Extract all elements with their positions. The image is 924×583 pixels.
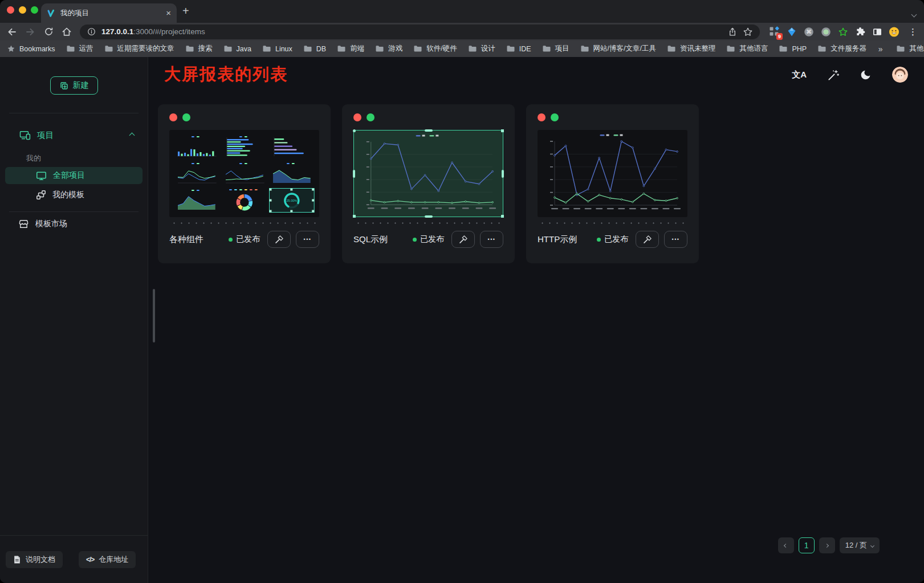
- green-dot-icon: [367, 113, 375, 121]
- more-actions-button[interactable]: •••: [664, 231, 687, 248]
- folder-icon: [223, 45, 233, 52]
- docs-button[interactable]: 说明文档: [6, 551, 63, 568]
- bookmarks-overflow-icon[interactable]: »: [878, 44, 883, 54]
- bookmark-folder[interactable]: 文件服务器: [817, 44, 866, 54]
- bookmark-folder[interactable]: 搜索: [185, 44, 213, 54]
- dark-mode-moon-icon[interactable]: [860, 69, 872, 81]
- bookmark-folder[interactable]: 前端: [337, 44, 364, 54]
- window-close-button[interactable]: [7, 6, 14, 14]
- bookmark-folder[interactable]: 其他语言: [726, 44, 768, 54]
- project-card[interactable]: 25.00% 各种组件 已发布 •••: [158, 104, 331, 263]
- tab-search-chevron-icon[interactable]: [912, 9, 916, 19]
- share-icon[interactable]: [727, 27, 738, 37]
- site-info-icon[interactable]: [87, 27, 96, 36]
- magic-wand-icon[interactable]: [827, 69, 839, 81]
- folder-icon: [468, 45, 477, 52]
- tab-close-icon[interactable]: ×: [166, 9, 171, 17]
- repo-button[interactable]: </> 仓库地址: [79, 551, 136, 568]
- other-bookmarks-folder[interactable]: 其他书签: [896, 44, 924, 54]
- status-dot-icon: [229, 238, 233, 242]
- browser-menu-icon[interactable]: ⋮: [909, 27, 917, 37]
- header-actions: 文A: [792, 67, 908, 83]
- scrollbar-thumb[interactable]: [153, 289, 155, 343]
- bookmark-folder[interactable]: Java: [223, 45, 251, 53]
- reload-button[interactable]: [41, 25, 56, 39]
- storefront-icon: [18, 219, 29, 229]
- red-dot-icon: [169, 113, 177, 121]
- bookmark-folder[interactable]: DB: [303, 45, 326, 53]
- copy-plus-icon: [59, 81, 69, 91]
- document-icon: [13, 555, 21, 564]
- project-name: SQL示例: [353, 234, 408, 245]
- card-window-dots: [353, 113, 503, 121]
- browser-tab[interactable]: 我的项目 ×: [41, 3, 177, 23]
- bookmark-folder[interactable]: 近期需要读的文章: [104, 44, 174, 54]
- bookmark-folder[interactable]: Linux: [262, 45, 292, 53]
- bookmark-folder[interactable]: 网站/博客/文章/工具: [580, 44, 656, 54]
- card-footer: HTTP示例 已发布 •••: [538, 231, 687, 248]
- current-page-button[interactable]: 1: [799, 537, 815, 553]
- bookmark-star-icon[interactable]: [743, 27, 753, 37]
- tab-manager-extension-icon[interactable]: 9: [769, 26, 780, 37]
- back-button[interactable]: [5, 25, 19, 39]
- bookmark-folder[interactable]: 游戏: [375, 44, 402, 54]
- bookmark-folder[interactable]: 设计: [468, 44, 495, 54]
- folder-icon: [779, 45, 788, 52]
- new-project-button[interactable]: 新建: [50, 76, 98, 95]
- folder-icon: [542, 45, 551, 52]
- extensions-puzzle-icon[interactable]: [854, 26, 865, 37]
- url-text: 127.0.0.1:3000/#/project/items: [101, 27, 722, 36]
- green-dot-icon: [182, 113, 190, 121]
- edit-project-button[interactable]: [267, 231, 291, 248]
- bookmark-folder[interactable]: 运营: [66, 44, 93, 54]
- bookmark-folder[interactable]: IDE: [506, 45, 531, 53]
- bookmark-folder[interactable]: PHP: [779, 45, 807, 53]
- new-tab-button[interactable]: +: [182, 5, 189, 18]
- profile-avatar-emoji-icon[interactable]: [889, 26, 899, 37]
- sidebar-item-template-market[interactable]: 模板市场: [5, 214, 143, 234]
- gem-extension-icon[interactable]: [786, 26, 797, 37]
- tab-title: 我的项目: [60, 9, 161, 18]
- next-page-button[interactable]: [819, 537, 835, 553]
- edit-project-button[interactable]: [451, 231, 475, 248]
- user-avatar[interactable]: [892, 67, 908, 83]
- status-badge: 已发布: [229, 234, 260, 244]
- bookmarks-root[interactable]: Bookmarks: [7, 44, 55, 53]
- forward-button[interactable]: [23, 25, 38, 39]
- sidebar-item-my-templates[interactable]: 我的模板: [5, 186, 143, 203]
- sidebar-item-all-projects[interactable]: 全部项目: [5, 167, 143, 184]
- template-flow-icon: [36, 190, 46, 200]
- project-thumbnail[interactable]: [353, 130, 503, 217]
- window-zoom-button[interactable]: [31, 6, 38, 14]
- prev-page-button[interactable]: [778, 537, 794, 553]
- sidebar-section-projects[interactable]: 项目: [0, 124, 148, 146]
- side-panel-icon[interactable]: [872, 26, 882, 37]
- project-thumbnail[interactable]: [538, 130, 687, 217]
- bookmarks-folders: 运营近期需要读的文章搜索JavaLinuxDB前端游戏软件/硬件设计IDE项目网…: [66, 44, 877, 54]
- project-card[interactable]: HTTP示例 已发布 •••: [526, 104, 699, 263]
- window-minimize-button[interactable]: [19, 6, 26, 14]
- ellipsis-icon: •••: [672, 237, 680, 242]
- more-actions-button[interactable]: •••: [296, 231, 319, 248]
- folder-icon: [66, 45, 75, 52]
- code-icon: </>: [86, 556, 94, 564]
- more-actions-button[interactable]: •••: [480, 231, 503, 248]
- recorder-extension-icon[interactable]: [820, 26, 831, 37]
- card-footer: SQL示例 已发布 •••: [353, 231, 503, 248]
- command-extension-icon[interactable]: ⌘: [803, 26, 814, 37]
- browser-titlebar: 我的项目 × +: [0, 0, 924, 23]
- bookmark-folder[interactable]: 项目: [542, 44, 569, 54]
- folder-icon: [375, 45, 384, 52]
- bookmark-folder[interactable]: 资讯未整理: [667, 44, 716, 54]
- project-card[interactable]: SQL示例 已发布 •••: [342, 104, 515, 263]
- green-star-extension-icon[interactable]: [837, 26, 848, 37]
- sidebar: 新建 项目 我的 全部项目 我的模板 模板市场: [0, 57, 148, 583]
- address-bar[interactable]: 127.0.0.1:3000/#/project/items: [80, 25, 760, 39]
- folder-icon: [337, 45, 346, 52]
- bookmark-folder[interactable]: 软件/硬件: [413, 44, 457, 54]
- home-button[interactable]: [59, 25, 74, 39]
- project-thumbnail[interactable]: 25.00%: [169, 130, 319, 217]
- edit-project-button[interactable]: [636, 231, 659, 248]
- page-size-select[interactable]: 12 / 页: [840, 537, 880, 553]
- language-icon[interactable]: 文A: [792, 70, 807, 80]
